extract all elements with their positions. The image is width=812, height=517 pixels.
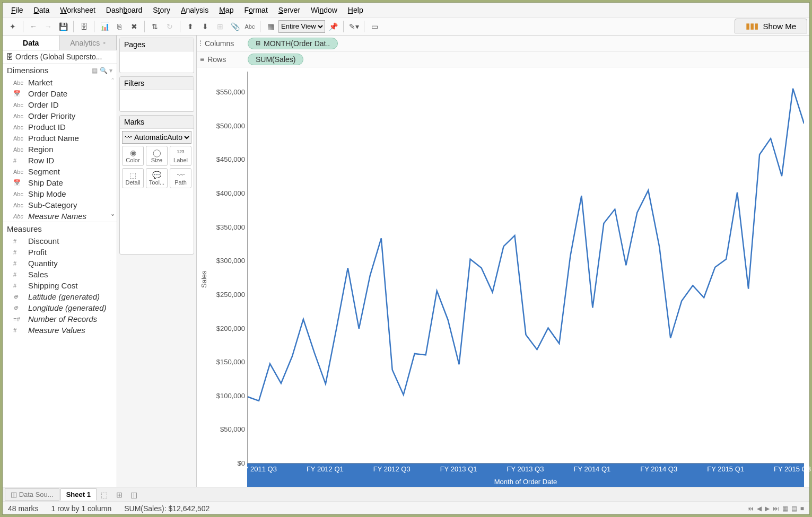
save-icon[interactable]: 💾 bbox=[56, 20, 70, 33]
y-axis-title: Sales bbox=[199, 72, 209, 487]
clear-icon[interactable]: ✖ bbox=[127, 20, 141, 33]
scroll-up-icon[interactable]: ˄ bbox=[111, 77, 115, 85]
dimension-field[interactable]: AbcOrder Priority bbox=[3, 110, 108, 121]
measure-field[interactable]: =#Number of Records bbox=[3, 313, 117, 325]
dimension-field[interactable]: AbcMeasure Names bbox=[3, 211, 108, 222]
view-grid-icon[interactable]: ▦ bbox=[782, 505, 788, 512]
sort-asc-icon[interactable]: ⬆ bbox=[184, 20, 197, 33]
marks-type-dropdown[interactable]: 〰 AutomaticAutomatic bbox=[122, 131, 191, 144]
pin-icon[interactable]: 📎 bbox=[228, 20, 242, 33]
dimension-field[interactable]: AbcMarket bbox=[3, 77, 108, 88]
presentation-icon[interactable]: 📌 bbox=[326, 20, 340, 33]
new-sheet-icon[interactable]: 📊 bbox=[98, 20, 111, 33]
measure-field[interactable]: #Shipping Cost bbox=[3, 280, 117, 291]
field-type-icon: 📅 bbox=[13, 90, 24, 97]
rows-pill[interactable]: SUM(Sales) bbox=[248, 54, 303, 65]
field-type-icon: # bbox=[13, 157, 24, 164]
field-label: Segment bbox=[28, 167, 60, 176]
tab-sheet1[interactable]: Sheet 1 bbox=[60, 488, 97, 501]
dimension-field[interactable]: AbcProduct Name bbox=[3, 133, 108, 144]
menu-story[interactable]: Story bbox=[149, 5, 174, 15]
card-icon[interactable]: ▭ bbox=[368, 20, 381, 33]
duplicate-icon[interactable]: ⎘ bbox=[112, 20, 126, 33]
dimension-field[interactable]: AbcSub-Category bbox=[3, 199, 108, 211]
menu-help[interactable]: Help bbox=[344, 5, 368, 15]
mark-tool[interactable]: 💬Tool... bbox=[146, 168, 168, 188]
mark-size[interactable]: ◯Size bbox=[146, 146, 168, 166]
new-story-icon[interactable]: ◫ bbox=[127, 489, 141, 501]
dimension-field[interactable]: #Row ID bbox=[3, 155, 108, 166]
nav-last-icon[interactable]: ⏭ bbox=[773, 505, 779, 512]
showme-icon: ▮▮▮ bbox=[746, 21, 758, 31]
back-icon[interactable]: ← bbox=[27, 20, 40, 33]
filters-label: Filters bbox=[120, 77, 194, 90]
columns-shelf[interactable]: ⦙Columns ⊞MONTH(Order Dat.. bbox=[197, 36, 809, 51]
nav-first-icon[interactable]: ⏮ bbox=[747, 505, 754, 512]
y-axis-ticks: $550,000$500,000$450,000$400,000$350,000… bbox=[209, 72, 247, 463]
dimension-field[interactable]: AbcOrder ID bbox=[3, 99, 108, 110]
measure-field[interactable]: #Sales bbox=[3, 269, 117, 280]
new-worksheet-icon[interactable]: ⬚ bbox=[98, 489, 111, 501]
dimension-field[interactable]: AbcRegion bbox=[3, 144, 108, 155]
dimension-field[interactable]: AbcSegment bbox=[3, 166, 108, 177]
menu-analysis[interactable]: Analysis bbox=[177, 5, 213, 15]
mark-label: Path bbox=[174, 179, 187, 186]
measure-field[interactable]: ⊕Longitude (generated) bbox=[3, 302, 117, 313]
logo-icon[interactable]: ✦ bbox=[6, 20, 20, 33]
new-datasource-icon[interactable]: 🗄 bbox=[77, 20, 91, 33]
mark-color[interactable]: ◉Color bbox=[122, 146, 144, 166]
refresh-icon[interactable]: ↻ bbox=[163, 20, 177, 33]
highlight-icon[interactable]: ✎▾ bbox=[347, 20, 361, 33]
abc-icon[interactable]: Abc bbox=[243, 20, 257, 33]
mark-detail[interactable]: ⬚Detail bbox=[122, 168, 144, 188]
mark-path[interactable]: 〰Path bbox=[170, 168, 191, 188]
line-chart[interactable] bbox=[247, 72, 804, 463]
menu-data[interactable]: Data bbox=[30, 5, 54, 15]
dimension-field[interactable]: 📅Ship Date bbox=[3, 177, 108, 188]
measure-field[interactable]: ⊕Latitude (generated) bbox=[3, 291, 117, 302]
measure-field[interactable]: #Measure Values bbox=[3, 325, 117, 336]
scroll-down-icon[interactable]: ˅ bbox=[111, 213, 115, 222]
tab-data[interactable]: Data bbox=[3, 36, 60, 50]
menu-file[interactable]: File bbox=[7, 5, 28, 15]
menu-format[interactable]: Format bbox=[240, 5, 272, 15]
new-dashboard-icon[interactable]: ⊞ bbox=[112, 489, 126, 501]
totals-icon[interactable]: ▦ bbox=[264, 20, 277, 33]
field-type-icon: # bbox=[13, 249, 24, 256]
measure-field[interactable]: #Discount bbox=[3, 235, 117, 247]
datasource-row[interactable]: 🗄 Orders (Global Supersto... bbox=[3, 50, 117, 63]
rows-shelf[interactable]: ≡Rows SUM(Sales) bbox=[197, 51, 809, 67]
menu-window[interactable]: Window bbox=[307, 5, 342, 15]
forward-icon[interactable]: → bbox=[41, 20, 55, 33]
show-me-button[interactable]: ▮▮▮ Show Me bbox=[735, 19, 807, 33]
filters-card[interactable]: Filters bbox=[119, 76, 194, 112]
swap-icon[interactable]: ⇅ bbox=[148, 20, 162, 33]
dimension-field[interactable]: 📅Order Date bbox=[3, 88, 108, 99]
view-full-icon[interactable]: ■ bbox=[800, 505, 804, 512]
dimension-field[interactable]: AbcProduct ID bbox=[3, 121, 108, 133]
columns-pill[interactable]: ⊞MONTH(Order Dat.. bbox=[248, 38, 338, 49]
mark-label[interactable]: ¹²³Label bbox=[170, 146, 191, 166]
nav-next-icon[interactable]: ▶ bbox=[765, 505, 770, 512]
view-list-icon[interactable]: ▤ bbox=[791, 505, 797, 512]
tab-datasource[interactable]: ◫ Data Sou... bbox=[5, 488, 59, 501]
menu-server[interactable]: Server bbox=[274, 5, 304, 15]
group-icon[interactable]: ⊞ bbox=[213, 20, 227, 33]
nav-prev-icon[interactable]: ◀ bbox=[757, 505, 762, 512]
menu-dashboard[interactable]: Dashboard bbox=[102, 5, 147, 15]
menu-worksheet[interactable]: Worksheet bbox=[56, 5, 100, 15]
columns-icon: ⦙ bbox=[200, 39, 202, 48]
tab-analytics[interactable]: Analytics • bbox=[60, 36, 117, 50]
pages-card[interactable]: Pages bbox=[119, 38, 194, 73]
fit-dropdown[interactable]: Entire View bbox=[278, 20, 325, 33]
sort-desc-icon[interactable]: ⬇ bbox=[198, 20, 212, 33]
measure-field[interactable]: #Quantity bbox=[3, 258, 117, 269]
dimension-field[interactable]: AbcShip Mode bbox=[3, 188, 108, 199]
x-tick-label: FY 2011 Q3 bbox=[240, 465, 277, 473]
field-type-icon: Abc bbox=[13, 169, 24, 175]
marks-label: Marks bbox=[120, 116, 194, 129]
measure-field[interactable]: #Profit bbox=[3, 247, 117, 258]
menu-map[interactable]: Map bbox=[215, 5, 238, 15]
field-label: Number of Records bbox=[28, 314, 97, 323]
x-axis[interactable]: FY 2011 Q3FY 2012 Q1FY 2012 Q3FY 2013 Q1… bbox=[247, 463, 804, 487]
